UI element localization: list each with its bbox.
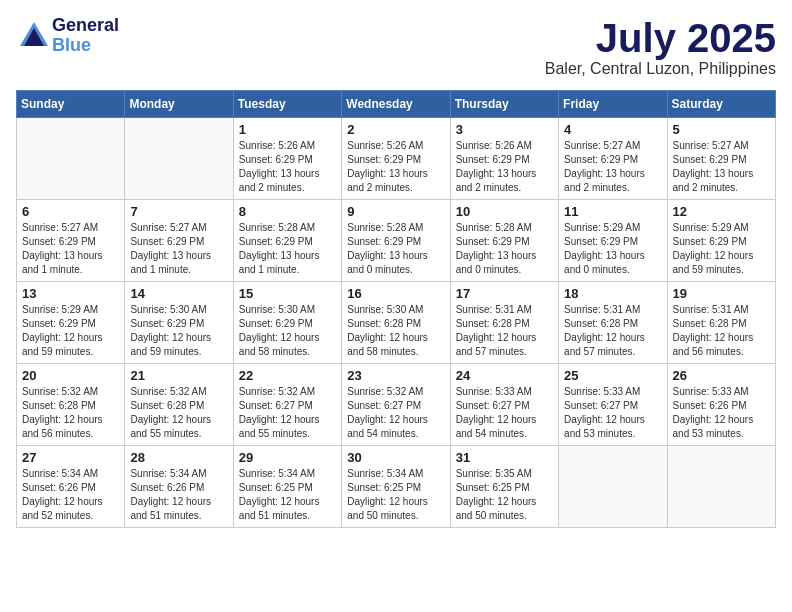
table-row: 4Sunrise: 5:27 AM Sunset: 6:29 PM Daylig… (559, 118, 667, 200)
day-info: Sunrise: 5:26 AM Sunset: 6:29 PM Dayligh… (347, 139, 444, 195)
day-info: Sunrise: 5:27 AM Sunset: 6:29 PM Dayligh… (564, 139, 661, 195)
day-number: 11 (564, 204, 661, 219)
day-info: Sunrise: 5:30 AM Sunset: 6:29 PM Dayligh… (130, 303, 227, 359)
day-info: Sunrise: 5:34 AM Sunset: 6:26 PM Dayligh… (130, 467, 227, 523)
header-saturday: Saturday (667, 91, 775, 118)
header-friday: Friday (559, 91, 667, 118)
table-row: 12Sunrise: 5:29 AM Sunset: 6:29 PM Dayli… (667, 200, 775, 282)
header-monday: Monday (125, 91, 233, 118)
table-row: 7Sunrise: 5:27 AM Sunset: 6:29 PM Daylig… (125, 200, 233, 282)
day-number: 29 (239, 450, 336, 465)
day-info: Sunrise: 5:34 AM Sunset: 6:25 PM Dayligh… (347, 467, 444, 523)
day-number: 18 (564, 286, 661, 301)
table-row: 28Sunrise: 5:34 AM Sunset: 6:26 PM Dayli… (125, 446, 233, 528)
table-row: 16Sunrise: 5:30 AM Sunset: 6:28 PM Dayli… (342, 282, 450, 364)
day-info: Sunrise: 5:28 AM Sunset: 6:29 PM Dayligh… (347, 221, 444, 277)
table-row: 11Sunrise: 5:29 AM Sunset: 6:29 PM Dayli… (559, 200, 667, 282)
day-number: 19 (673, 286, 770, 301)
day-number: 6 (22, 204, 119, 219)
day-info: Sunrise: 5:34 AM Sunset: 6:25 PM Dayligh… (239, 467, 336, 523)
table-row: 27Sunrise: 5:34 AM Sunset: 6:26 PM Dayli… (17, 446, 125, 528)
day-info: Sunrise: 5:31 AM Sunset: 6:28 PM Dayligh… (564, 303, 661, 359)
day-info: Sunrise: 5:32 AM Sunset: 6:27 PM Dayligh… (347, 385, 444, 441)
day-number: 13 (22, 286, 119, 301)
title-block: July 2025 Baler, Central Luzon, Philippi… (545, 16, 776, 78)
page-header: General Blue July 2025 Baler, Central Lu… (16, 16, 776, 78)
day-number: 24 (456, 368, 553, 383)
logo-blue: Blue (52, 36, 119, 56)
calendar-week-row: 6Sunrise: 5:27 AM Sunset: 6:29 PM Daylig… (17, 200, 776, 282)
day-number: 28 (130, 450, 227, 465)
calendar-week-row: 27Sunrise: 5:34 AM Sunset: 6:26 PM Dayli… (17, 446, 776, 528)
table-row: 6Sunrise: 5:27 AM Sunset: 6:29 PM Daylig… (17, 200, 125, 282)
logo: General Blue (16, 16, 119, 56)
header-wednesday: Wednesday (342, 91, 450, 118)
day-number: 20 (22, 368, 119, 383)
calendar-week-row: 13Sunrise: 5:29 AM Sunset: 6:29 PM Dayli… (17, 282, 776, 364)
day-number: 1 (239, 122, 336, 137)
day-number: 9 (347, 204, 444, 219)
table-row: 3Sunrise: 5:26 AM Sunset: 6:29 PM Daylig… (450, 118, 558, 200)
day-info: Sunrise: 5:32 AM Sunset: 6:28 PM Dayligh… (130, 385, 227, 441)
calendar-table: Sunday Monday Tuesday Wednesday Thursday… (16, 90, 776, 528)
table-row (559, 446, 667, 528)
table-row: 9Sunrise: 5:28 AM Sunset: 6:29 PM Daylig… (342, 200, 450, 282)
day-info: Sunrise: 5:27 AM Sunset: 6:29 PM Dayligh… (22, 221, 119, 277)
table-row: 26Sunrise: 5:33 AM Sunset: 6:26 PM Dayli… (667, 364, 775, 446)
table-row: 21Sunrise: 5:32 AM Sunset: 6:28 PM Dayli… (125, 364, 233, 446)
day-info: Sunrise: 5:27 AM Sunset: 6:29 PM Dayligh… (673, 139, 770, 195)
table-row: 2Sunrise: 5:26 AM Sunset: 6:29 PM Daylig… (342, 118, 450, 200)
table-row: 10Sunrise: 5:28 AM Sunset: 6:29 PM Dayli… (450, 200, 558, 282)
day-number: 25 (564, 368, 661, 383)
day-info: Sunrise: 5:27 AM Sunset: 6:29 PM Dayligh… (130, 221, 227, 277)
table-row: 23Sunrise: 5:32 AM Sunset: 6:27 PM Dayli… (342, 364, 450, 446)
location: Baler, Central Luzon, Philippines (545, 60, 776, 78)
day-info: Sunrise: 5:29 AM Sunset: 6:29 PM Dayligh… (564, 221, 661, 277)
header-sunday: Sunday (17, 91, 125, 118)
day-number: 31 (456, 450, 553, 465)
table-row: 29Sunrise: 5:34 AM Sunset: 6:25 PM Dayli… (233, 446, 341, 528)
day-number: 27 (22, 450, 119, 465)
day-info: Sunrise: 5:30 AM Sunset: 6:28 PM Dayligh… (347, 303, 444, 359)
day-info: Sunrise: 5:32 AM Sunset: 6:27 PM Dayligh… (239, 385, 336, 441)
calendar-week-row: 1Sunrise: 5:26 AM Sunset: 6:29 PM Daylig… (17, 118, 776, 200)
table-row: 31Sunrise: 5:35 AM Sunset: 6:25 PM Dayli… (450, 446, 558, 528)
logo-general: General (52, 16, 119, 36)
day-number: 8 (239, 204, 336, 219)
day-number: 4 (564, 122, 661, 137)
day-number: 21 (130, 368, 227, 383)
day-number: 10 (456, 204, 553, 219)
day-info: Sunrise: 5:28 AM Sunset: 6:29 PM Dayligh… (456, 221, 553, 277)
table-row: 20Sunrise: 5:32 AM Sunset: 6:28 PM Dayli… (17, 364, 125, 446)
table-row: 22Sunrise: 5:32 AM Sunset: 6:27 PM Dayli… (233, 364, 341, 446)
day-number: 22 (239, 368, 336, 383)
table-row: 18Sunrise: 5:31 AM Sunset: 6:28 PM Dayli… (559, 282, 667, 364)
table-row: 24Sunrise: 5:33 AM Sunset: 6:27 PM Dayli… (450, 364, 558, 446)
header-tuesday: Tuesday (233, 91, 341, 118)
table-row: 17Sunrise: 5:31 AM Sunset: 6:28 PM Dayli… (450, 282, 558, 364)
day-number: 17 (456, 286, 553, 301)
logo-icon (16, 18, 52, 54)
table-row: 1Sunrise: 5:26 AM Sunset: 6:29 PM Daylig… (233, 118, 341, 200)
header-thursday: Thursday (450, 91, 558, 118)
table-row (125, 118, 233, 200)
day-info: Sunrise: 5:33 AM Sunset: 6:26 PM Dayligh… (673, 385, 770, 441)
day-info: Sunrise: 5:26 AM Sunset: 6:29 PM Dayligh… (239, 139, 336, 195)
day-number: 2 (347, 122, 444, 137)
day-info: Sunrise: 5:33 AM Sunset: 6:27 PM Dayligh… (456, 385, 553, 441)
day-info: Sunrise: 5:29 AM Sunset: 6:29 PM Dayligh… (673, 221, 770, 277)
day-info: Sunrise: 5:28 AM Sunset: 6:29 PM Dayligh… (239, 221, 336, 277)
day-number: 7 (130, 204, 227, 219)
day-number: 14 (130, 286, 227, 301)
table-row: 13Sunrise: 5:29 AM Sunset: 6:29 PM Dayli… (17, 282, 125, 364)
calendar-week-row: 20Sunrise: 5:32 AM Sunset: 6:28 PM Dayli… (17, 364, 776, 446)
day-number: 5 (673, 122, 770, 137)
table-row: 30Sunrise: 5:34 AM Sunset: 6:25 PM Dayli… (342, 446, 450, 528)
table-row: 8Sunrise: 5:28 AM Sunset: 6:29 PM Daylig… (233, 200, 341, 282)
day-info: Sunrise: 5:32 AM Sunset: 6:28 PM Dayligh… (22, 385, 119, 441)
table-row: 15Sunrise: 5:30 AM Sunset: 6:29 PM Dayli… (233, 282, 341, 364)
table-row (667, 446, 775, 528)
day-number: 3 (456, 122, 553, 137)
table-row: 19Sunrise: 5:31 AM Sunset: 6:28 PM Dayli… (667, 282, 775, 364)
day-number: 23 (347, 368, 444, 383)
